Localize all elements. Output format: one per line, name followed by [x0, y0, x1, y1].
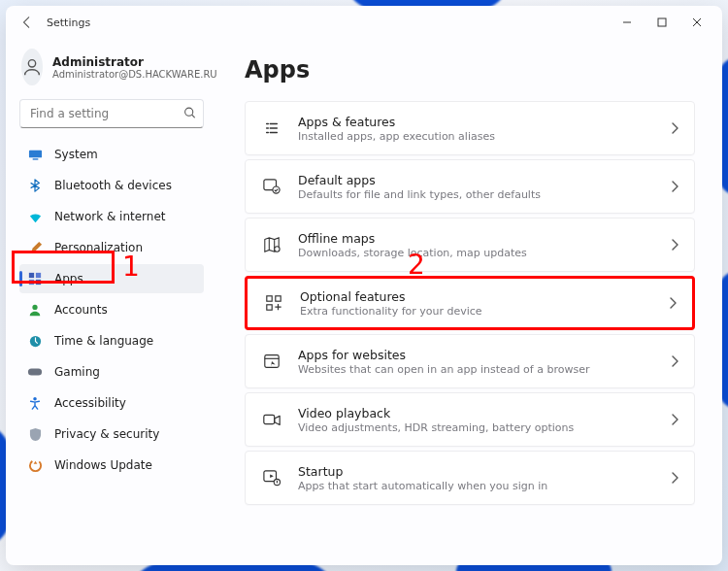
card-description: Apps that start automatically when you s…: [298, 480, 671, 492]
sidebar-item-label: System: [54, 148, 98, 161]
account-subtitle: Administrator@DS.HACKWARE.RU: [52, 69, 217, 80]
search-input[interactable]: [19, 99, 204, 128]
card-title: Video playback: [298, 406, 671, 420]
startup-icon: [261, 467, 282, 488]
chevron-right-icon: [671, 469, 678, 487]
svg-point-9: [32, 305, 37, 310]
chevron-right-icon: [671, 178, 678, 196]
card-description: Video adjustments, HDR streaming, batter…: [298, 421, 671, 434]
shield-icon: [27, 426, 43, 442]
sidebar-item-personalization[interactable]: Personalization: [19, 233, 204, 262]
sidebar-item-label: Apps: [54, 272, 83, 286]
card-title: Optional features: [300, 289, 669, 304]
card-description: Installed apps, app execution aliases: [298, 130, 671, 143]
apps-icon: [27, 271, 43, 286]
sidebar-item-label: Accounts: [54, 303, 108, 317]
sidebar-item-label: Accessibility: [54, 396, 126, 410]
sidebar-item-gaming[interactable]: Gaming: [19, 357, 204, 386]
page-title: Apps: [245, 56, 695, 84]
maximize-button[interactable]: [645, 9, 679, 36]
map-icon: [261, 234, 282, 255]
avatar: [21, 49, 43, 85]
list-icon: [261, 118, 282, 139]
card-apps-features[interactable]: Apps & featuresInstalled apps, app execu…: [245, 101, 695, 155]
card-title: Offline maps: [298, 231, 671, 246]
svg-rect-21: [264, 415, 275, 423]
chevron-right-icon: [671, 119, 678, 138]
chevron-right-icon: [671, 236, 678, 254]
minimize-button[interactable]: [610, 9, 645, 36]
search-container: [19, 99, 204, 128]
sidebar: Administrator Administrator@DS.HACKWARE.…: [6, 39, 217, 565]
svg-point-15: [273, 186, 280, 193]
card-title: Apps for websites: [298, 348, 671, 362]
sidebar-item-accounts[interactable]: Accounts: [19, 295, 204, 324]
arrow-left-icon: [20, 16, 34, 29]
sidebar-item-label: Privacy & security: [54, 427, 159, 441]
svg-rect-3: [28, 150, 41, 157]
card-optional-features[interactable]: Optional featuresExtra functionality for…: [245, 276, 695, 330]
card-offline-maps[interactable]: Offline mapsDownloads, storage location,…: [245, 218, 695, 272]
sidebar-item-label: Bluetooth & devices: [54, 179, 172, 192]
card-title: Default apps: [298, 173, 671, 187]
card-description: Downloads, storage location, map updates: [298, 247, 671, 259]
sidebar-item-network-internet[interactable]: Network & internet: [19, 202, 204, 231]
svg-rect-18: [276, 296, 281, 301]
svg-point-1: [28, 60, 35, 67]
card-video-playback[interactable]: Video playbackVideo adjustments, HDR str…: [245, 392, 695, 447]
sidebar-item-label: Windows Update: [54, 458, 152, 472]
main-content: Apps Apps & featuresInstalled apps, app …: [217, 39, 722, 565]
card-default-apps[interactable]: Default appsDefaults for file and link t…: [245, 159, 695, 214]
chevron-right-icon: [671, 353, 678, 371]
svg-rect-5: [29, 273, 34, 278]
card-description: Extra functionality for your device: [300, 305, 669, 318]
browser-app-icon: [261, 351, 282, 372]
card-startup[interactable]: StartupApps that start automatically whe…: [245, 451, 695, 505]
person-icon: [27, 302, 43, 318]
back-button[interactable]: [14, 9, 41, 36]
svg-point-16: [275, 247, 280, 252]
sidebar-item-bluetooth-devices[interactable]: Bluetooth & devices: [19, 171, 204, 200]
card-apps-for-websites[interactable]: Apps for websitesWebsites that can open …: [245, 334, 695, 388]
grid-plus-icon: [263, 292, 284, 314]
monitor-icon: [27, 147, 43, 162]
svg-rect-17: [267, 296, 272, 301]
sidebar-item-windows-update[interactable]: Windows Update: [19, 451, 204, 480]
person-icon: [21, 56, 43, 78]
sidebar-item-privacy-security[interactable]: Privacy & security: [19, 420, 204, 449]
account-section[interactable]: Administrator Administrator@DS.HACKWARE.…: [19, 45, 204, 99]
chevron-right-icon: [669, 294, 677, 313]
titlebar: Settings: [6, 6, 722, 39]
svg-rect-19: [267, 305, 272, 310]
windows-update-icon: [27, 457, 43, 473]
chevron-right-icon: [671, 411, 678, 429]
sidebar-item-apps[interactable]: Apps: [19, 264, 204, 293]
maximize-icon: [657, 17, 667, 27]
card-description: Defaults for file and link types, other …: [298, 188, 671, 201]
card-title: Apps & features: [298, 115, 671, 129]
default-apps-icon: [261, 176, 282, 197]
video-icon: [261, 409, 282, 430]
svg-rect-4: [32, 158, 38, 159]
bluetooth-icon: [27, 178, 43, 193]
svg-rect-0: [658, 18, 666, 26]
svg-point-12: [33, 397, 37, 401]
gamepad-icon: [27, 364, 43, 380]
sidebar-item-label: Gaming: [54, 365, 100, 379]
close-icon: [692, 17, 702, 27]
minimize-icon: [622, 17, 632, 27]
sidebar-item-accessibility[interactable]: Accessibility: [19, 388, 204, 418]
close-button[interactable]: [679, 9, 714, 36]
window-title: Settings: [47, 17, 90, 29]
globe-clock-icon: [27, 333, 43, 349]
sidebar-item-label: Personalization: [54, 241, 143, 254]
sidebar-item-label: Time & language: [54, 334, 153, 348]
svg-rect-11: [28, 368, 42, 375]
svg-rect-6: [36, 273, 41, 278]
wifi-icon: [27, 209, 43, 224]
sidebar-item-system[interactable]: System: [19, 140, 204, 169]
sidebar-item-time-language[interactable]: Time & language: [19, 326, 204, 355]
nav-list: SystemBluetooth & devicesNetwork & inter…: [19, 140, 204, 480]
sidebar-item-label: Network & internet: [54, 210, 166, 223]
card-description: Websites that can open in an app instead…: [298, 363, 671, 376]
